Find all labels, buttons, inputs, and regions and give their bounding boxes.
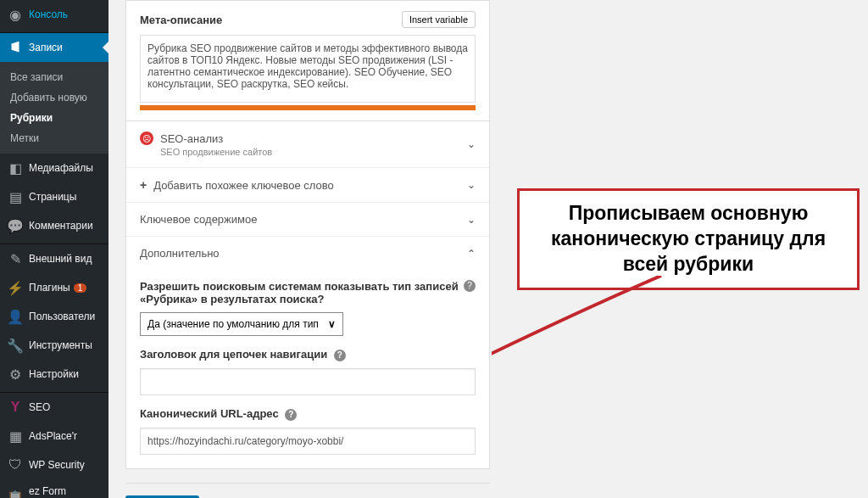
pin-icon [7,39,24,56]
sidebar-label: Плагины [29,282,70,294]
key-content-row[interactable]: Ключевое содержимое ⌄ [126,203,489,237]
search-visibility-label: Разрешить поисковым системам показывать … [140,280,460,305]
chevron-down-icon: ⌄ [467,214,476,226]
sidebar-item-ezform[interactable]: 📋 ez Form Calculator [0,479,108,498]
sidebar-label: WP Security [29,459,85,471]
sidebar-item-appearance[interactable]: ✎ Внешний вид [0,244,108,273]
breadcrumb-label: Заголовок для цепочек навигации ? [140,348,476,361]
sidebar-item-pages[interactable]: ▤ Страницы [0,182,108,211]
sidebar-item-media[interactable]: ◧ Медиафайлы [0,154,108,182]
form-actions: Обновить Удалить [125,483,490,498]
submenu-all-posts[interactable]: Все записи [0,67,108,87]
comment-icon: 💬 [7,217,24,234]
sidebar-label: Медиафайлы [29,162,93,174]
gear-icon: ⚙ [7,366,24,383]
sidebar-item-wpsecurity[interactable]: 🛡 WP Security [0,450,108,479]
sidebar-item-tools[interactable]: 🔧 Инструменты [0,331,108,360]
seo-accordion: ☹ SEO-анализ SEO продвижение сайтов ⌄ До… [125,121,490,469]
accordion-label: Ключевое содержимое [140,213,257,226]
sidebar-label: Записи [29,42,63,53]
media-icon: ◧ [7,159,24,176]
brush-icon: ✎ [7,250,24,267]
callout-text: Прописываем основную каноническую страни… [531,201,845,277]
sidebar-label: Пользователи [29,311,95,322]
add-keyword-row[interactable]: Добавить похожее ключевое слово ⌄ [126,168,489,203]
sidebar-label: Внешний вид [29,253,92,265]
sidebar-submenu: Все записи Добавить новую Рубрики Метки [0,62,108,154]
sidebar-item-posts[interactable]: Записи [0,33,108,62]
update-badge: 1 [74,283,87,293]
help-icon[interactable]: ? [285,409,297,421]
plus-icon [140,178,147,192]
submenu-tags[interactable]: Метки [0,128,108,148]
sidebar-item-users[interactable]: 👤 Пользователи [0,302,108,331]
progress-bar [140,105,476,110]
sidebar-label: Настройки [29,368,79,380]
sidebar-label: SEO [29,401,50,413]
sidebar-item-console[interactable]: ◉ Консоль [0,0,108,29]
sidebar-label: Страницы [29,191,76,203]
breadcrumb-input[interactable] [140,368,476,395]
canonical-url-label: Канонический URL-адрес ? [140,407,476,421]
additional-row[interactable]: Дополнительно ⌃ [126,237,489,270]
sidebar-label: Инструменты [29,339,92,351]
user-icon: 👤 [7,308,24,325]
sidebar-label: Комментарии [29,220,93,232]
accordion-label: Дополнительно [140,247,220,260]
sidebar-item-settings[interactable]: ⚙ Настройки [0,360,108,389]
gauge-icon: ◉ [7,6,24,23]
meta-description-label: Мета-описание [140,14,222,26]
sad-face-icon: ☹ [140,131,153,145]
admin-sidebar: ◉ Консоль Записи Все записи Добавить нов… [0,0,108,498]
grid-icon: ▦ [7,428,24,445]
sidebar-label: ez Form Calculator [29,485,102,498]
sidebar-item-adsplacer[interactable]: ▦ AdsPlace'r [0,422,108,450]
yoast-icon: Y [7,399,24,416]
chevron-down-icon: ⌄ [467,138,476,150]
wrench-icon: 🔧 [7,337,24,354]
sidebar-item-comments[interactable]: 💬 Комментарии [0,211,108,240]
form-icon: 📋 [7,489,24,498]
additional-panel: Разрешить поисковым системам показывать … [126,270,489,468]
meta-description-panel: Мета-описание Insert variable [125,0,490,121]
help-icon[interactable]: ? [464,280,476,292]
sidebar-item-seo[interactable]: Y SEO [0,393,108,422]
submenu-categories[interactable]: Рубрики [0,108,108,128]
sidebar-label: Консоль [29,8,68,20]
sidebar-label: AdsPlace'r [29,430,77,442]
chevron-up-icon: ⌃ [467,248,476,260]
meta-description-textarea[interactable] [140,35,476,103]
plug-icon: ⚡ [7,279,24,296]
insert-variable-button[interactable]: Insert variable [402,11,476,28]
help-icon[interactable]: ? [334,350,346,361]
canonical-url-input[interactable] [140,428,476,455]
page-icon: ▤ [7,188,24,205]
chevron-down-icon: ⌄ [467,179,476,191]
search-visibility-select[interactable]: Да (значение по умолчанию для тип [140,312,343,336]
accordion-subtitle: SEO продвижение сайтов [160,147,272,157]
shield-icon: 🛡 [7,456,24,473]
accordion-label: Добавить похожее ключевое слово [153,179,334,192]
seo-analysis-row[interactable]: ☹ SEO-анализ SEO продвижение сайтов ⌄ [126,121,489,168]
annotation-callout: Прописываем основную каноническую страни… [517,188,860,290]
sidebar-item-plugins[interactable]: ⚡ Плагины 1 [0,273,108,302]
submenu-add-new[interactable]: Добавить новую [0,87,108,108]
accordion-label: SEO-анализ [160,132,223,145]
